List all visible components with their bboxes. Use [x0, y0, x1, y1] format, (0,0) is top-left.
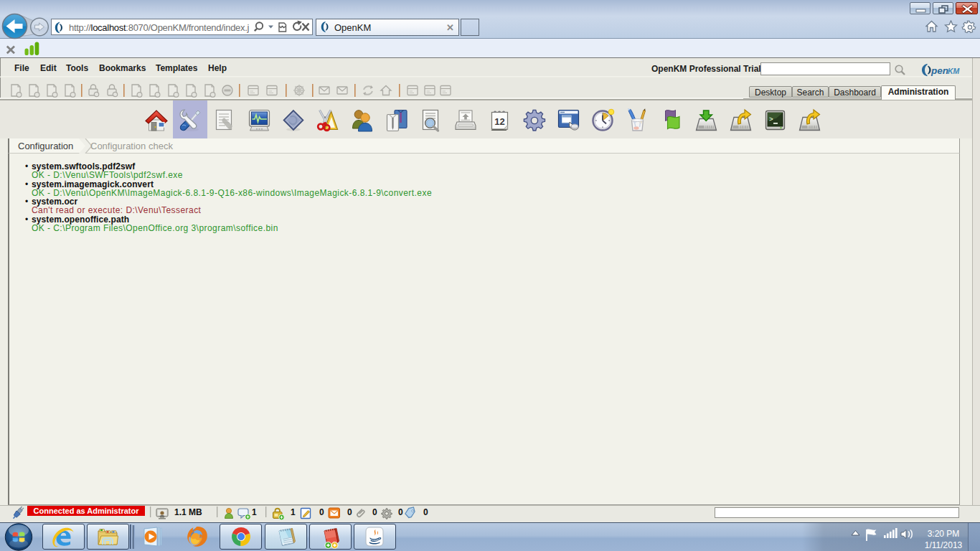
- svg-text:>: >: [769, 116, 773, 123]
- svg-text:pen: pen: [930, 65, 948, 76]
- svg-text:KM: KM: [948, 67, 960, 75]
- svg-text:12: 12: [494, 116, 504, 127]
